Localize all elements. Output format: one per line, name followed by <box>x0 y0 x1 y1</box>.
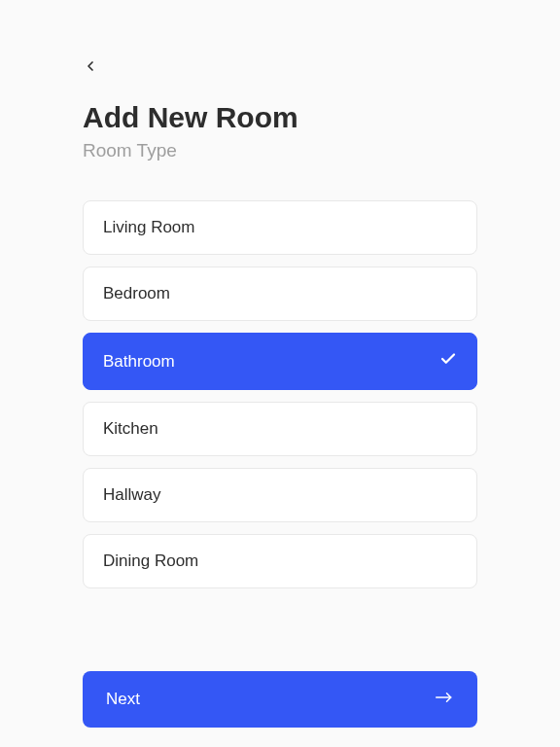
page-title: Add New Room <box>83 101 477 134</box>
back-button[interactable] <box>83 58 106 82</box>
option-label: Living Room <box>103 218 195 237</box>
chevron-left-icon <box>83 60 98 77</box>
option-label: Hallway <box>103 485 161 505</box>
option-label: Bathroom <box>103 352 175 372</box>
option-label: Bedroom <box>103 284 170 303</box>
option-label: Kitchen <box>103 419 158 439</box>
next-button-label: Next <box>106 690 140 709</box>
option-bathroom[interactable]: Bathroom <box>83 333 477 390</box>
option-dining-room[interactable]: Dining Room <box>83 534 477 588</box>
option-hallway[interactable]: Hallway <box>83 468 477 522</box>
next-button[interactable]: Next <box>83 671 477 728</box>
option-bedroom[interactable]: Bedroom <box>83 267 477 321</box>
option-label: Dining Room <box>103 551 198 571</box>
option-kitchen[interactable]: Kitchen <box>83 402 477 456</box>
option-living-room[interactable]: Living Room <box>83 200 477 255</box>
page-subtitle: Room Type <box>83 140 477 161</box>
arrow-right-icon <box>435 690 454 709</box>
room-type-options: Living Room Bedroom Bathroom Kitchen Hal… <box>83 200 477 588</box>
check-icon <box>439 350 457 373</box>
